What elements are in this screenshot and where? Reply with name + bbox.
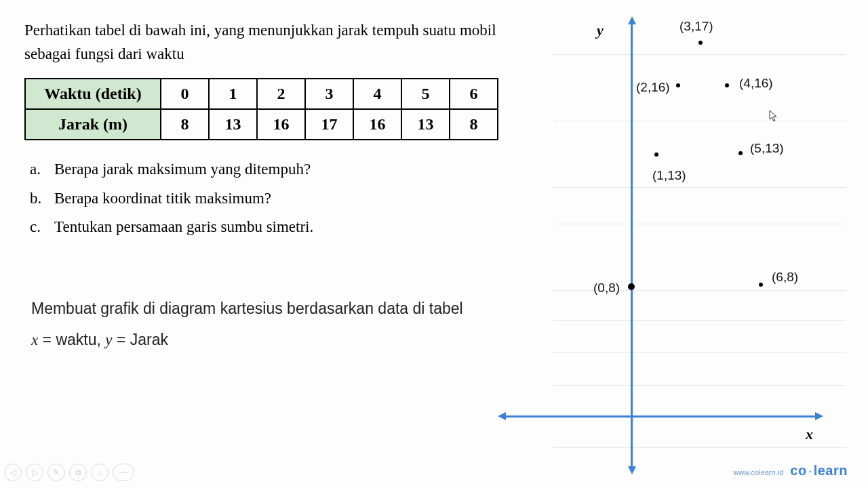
data-table: Waktu (detik) 0 1 2 3 4 5 6 Jarak (m) 8 …	[24, 78, 498, 140]
question-b: b. Berapa koordinat titik maksimum?	[30, 184, 547, 214]
point-1-13	[654, 152, 658, 157]
eq-jarak: = Jarak	[113, 331, 168, 348]
cell-waktu-5: 5	[401, 79, 450, 109]
point-label-6-8: (6,8)	[772, 270, 798, 285]
cell-waktu-2: 2	[257, 79, 305, 109]
cell-jarak-1: 13	[209, 109, 257, 140]
cell-jarak-4: 16	[353, 109, 401, 140]
brand-logo: co·learn	[790, 463, 848, 479]
row-header-waktu: Waktu (detik)	[25, 79, 161, 109]
point-label-0-8: (0,8)	[593, 281, 620, 296]
cell-waktu-0: 0	[161, 79, 209, 109]
question-c-label: c.	[30, 213, 54, 242]
solution-line2: x = waktu, y = Jarak	[31, 324, 463, 356]
zoom-button[interactable]: ⌕	[91, 464, 108, 481]
gridline	[553, 320, 846, 321]
table-row: Jarak (m) 8 13 16 17 16 13 8	[25, 109, 498, 140]
point-4-16	[725, 83, 729, 87]
cell-jarak-3: 17	[305, 109, 353, 140]
gridline	[553, 224, 846, 224]
cell-jarak-5: 13	[401, 109, 450, 140]
var-x: x	[31, 331, 38, 348]
question-list: a. Berapa jarak maksimum yang ditempuh? …	[30, 155, 547, 242]
table-row: Waktu (detik) 0 1 2 3 4 5 6	[25, 79, 498, 109]
solution-line1: Membuat grafik di diagram kartesius berd…	[31, 293, 463, 324]
arrow-right-icon	[815, 412, 823, 420]
cartesian-chart: y x (0,8) (1,13) (2,16) (3,17) (4,16) (5…	[502, 14, 854, 468]
pen-button[interactable]: ✎	[47, 464, 65, 481]
point-5-13	[738, 151, 743, 155]
eq-waktu: = waktu,	[38, 331, 105, 348]
page: Perhatikan tabel di bawah ini, yang menu…	[0, 0, 868, 488]
prompt-text: Perhatikan tabel di bawah ini, yang menu…	[24, 19, 547, 66]
logo-dot: ·	[808, 463, 812, 478]
gridline	[553, 54, 846, 55]
gridline	[553, 447, 846, 448]
point-label-1-13: (1,13)	[652, 168, 686, 183]
gridline	[553, 385, 846, 386]
cell-waktu-3: 3	[305, 79, 353, 109]
solution-text: Membuat grafik di diagram kartesius berd…	[31, 293, 463, 356]
point-label-5-13: (5,13)	[750, 141, 784, 156]
question-c-text: Tentukan persamaan garis sumbu simetri.	[54, 213, 313, 242]
row-header-jarak: Jarak (m)	[25, 109, 161, 140]
logo-co: co	[790, 463, 806, 478]
cell-jarak-0: 8	[161, 109, 209, 140]
cell-waktu-4: 4	[353, 79, 401, 109]
cell-waktu-6: 6	[450, 79, 498, 109]
point-0-8	[628, 283, 635, 290]
point-label-2-16: (2,16)	[636, 80, 670, 95]
cell-jarak-2: 16	[257, 109, 305, 140]
gridline	[553, 121, 846, 121]
gridline	[553, 187, 846, 188]
question-block: Perhatikan tabel di bawah ini, yang menu…	[24, 19, 547, 242]
question-b-text: Berapa koordinat titik maksimum?	[54, 184, 271, 214]
copy-button[interactable]: ⧉	[69, 464, 87, 481]
point-3-17	[698, 41, 703, 45]
question-b-label: b.	[30, 184, 54, 214]
point-label-3-17: (3,17)	[679, 19, 713, 34]
arrow-left-icon	[498, 412, 506, 420]
point-label-4-16: (4,16)	[739, 76, 773, 91]
y-axis	[631, 20, 633, 472]
next-button[interactable]: ▷	[26, 464, 43, 481]
point-2-16	[676, 83, 680, 87]
prev-button[interactable]: ◁	[4, 464, 22, 481]
arrow-down-icon	[628, 466, 636, 474]
cell-waktu-1: 1	[209, 79, 257, 109]
var-y: y	[105, 331, 112, 348]
point-6-8	[759, 283, 763, 287]
more-button[interactable]: •••	[113, 464, 134, 481]
x-axis	[502, 415, 819, 418]
gridline	[553, 352, 846, 353]
question-a-text: Berapa jarak maksimum yang ditempuh?	[54, 155, 311, 184]
question-a-label: a.	[30, 155, 54, 184]
question-c: c. Tentukan persamaan garis sumbu simetr…	[30, 213, 547, 242]
x-axis-label: x	[806, 426, 813, 443]
cell-jarak-6: 8	[450, 109, 498, 140]
arrow-up-icon	[628, 16, 636, 24]
footer: www.colearn.id co·learn	[733, 463, 848, 479]
y-axis-label: y	[597, 22, 604, 39]
question-a: a. Berapa jarak maksimum yang ditempuh?	[30, 155, 547, 184]
logo-learn: learn	[814, 463, 848, 478]
player-controls: ◁ ▷ ✎ ⧉ ⌕ •••	[4, 464, 134, 481]
footer-url: www.colearn.id	[733, 468, 783, 476]
